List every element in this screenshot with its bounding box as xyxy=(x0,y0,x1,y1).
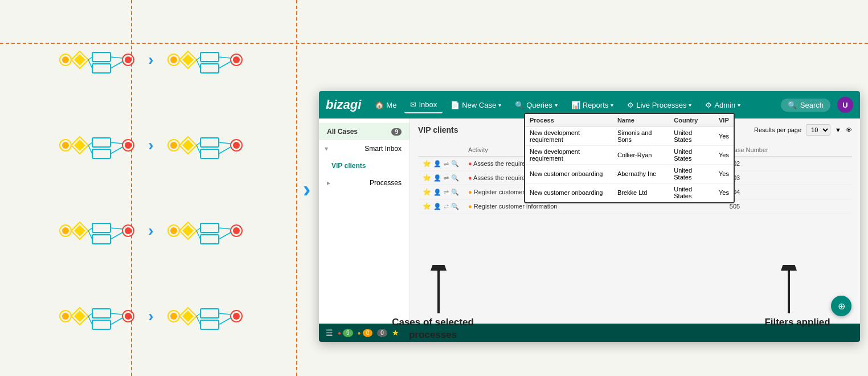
nav-me-label: Me xyxy=(386,101,396,109)
svg-line-31 xyxy=(88,145,92,154)
popup-row: New development requirement Collier-Ryan… xyxy=(525,146,734,165)
svg-point-85 xyxy=(170,313,177,320)
svg-point-93 xyxy=(233,313,240,320)
share-icon: ⇌ xyxy=(444,174,449,182)
nav-live-processes[interactable]: ⚙ Live Processes ▾ xyxy=(621,97,697,113)
search-row-icon[interactable]: 🔍 xyxy=(451,174,459,182)
activity-label[interactable]: Register customer information xyxy=(474,203,558,210)
nav-queries[interactable]: 🔍 Queries ▾ xyxy=(509,97,563,113)
search-row-icon[interactable]: 🔍 xyxy=(451,203,459,210)
search-bar[interactable]: 🔍 Search xyxy=(781,99,830,112)
svg-rect-65 xyxy=(200,235,219,244)
svg-line-79 xyxy=(88,316,92,325)
popup-name: Simonis and Sons xyxy=(613,127,669,146)
popup-country: United States xyxy=(669,146,714,165)
svg-rect-52 xyxy=(92,223,110,232)
svg-point-33 xyxy=(125,142,132,149)
svg-line-78 xyxy=(88,313,92,316)
bpmn-row-1: › xyxy=(57,40,244,80)
newcase-icon: 📄 xyxy=(451,101,460,109)
svg-rect-16 xyxy=(200,52,219,62)
sidebar-vip-clients[interactable]: VIP clients xyxy=(319,157,410,174)
svg-point-49 xyxy=(62,227,69,234)
popup-col-process: Process xyxy=(525,118,613,127)
star-icon[interactable]: ⭐ xyxy=(423,202,431,210)
sidebar-smart-inbox[interactable]: ▾ Smart Inbox xyxy=(319,140,410,157)
popup-name: Abernathy Inc xyxy=(613,165,669,183)
popup-process: New development requirement xyxy=(525,146,613,165)
search-row-icon[interactable]: 🔍 xyxy=(451,189,459,196)
nav-me[interactable]: 🏠 Me xyxy=(369,97,402,113)
row-icons: ⭐ 👤 ⇌ 🔍 xyxy=(423,160,459,167)
svg-line-22 xyxy=(219,57,231,58)
svg-point-13 xyxy=(170,56,177,63)
svg-rect-28 xyxy=(92,138,110,147)
col-case-number: Case Number xyxy=(725,144,852,157)
bpmn-diagram-2b xyxy=(165,125,245,165)
fab-button[interactable]: ⊕ xyxy=(831,296,851,316)
popup-col-vip: VIP xyxy=(714,118,734,127)
svg-point-57 xyxy=(125,227,132,234)
search-placeholder: Search xyxy=(800,101,824,109)
svg-rect-5 xyxy=(92,64,110,73)
popup-process: New customer onboarding xyxy=(525,165,613,183)
svg-line-67 xyxy=(196,231,200,239)
menu-icon[interactable]: ☰ xyxy=(326,328,333,337)
view-icon[interactable]: 👁 xyxy=(846,126,852,133)
status-dot: ● xyxy=(468,203,474,210)
svg-line-90 xyxy=(196,313,200,316)
popup-process: New customer onboarding xyxy=(525,183,613,202)
popup-name: Collier-Ryan xyxy=(613,146,669,165)
svg-rect-88 xyxy=(200,309,219,318)
svg-rect-64 xyxy=(200,223,219,232)
status-dot: ● xyxy=(468,160,473,167)
svg-line-30 xyxy=(88,142,92,145)
svg-point-1 xyxy=(62,56,69,63)
popup-table: Process Name Country VIP New development… xyxy=(525,118,734,202)
results-per-page-label: Results per page xyxy=(754,126,801,133)
processes-expand-icon: ▸ xyxy=(327,179,330,187)
bpmn-row-4: › xyxy=(57,296,244,336)
popup-col-name: Name xyxy=(613,118,669,127)
processes-label: Processes xyxy=(370,179,402,187)
bpmn-diagram-2a xyxy=(57,125,137,165)
svg-line-71 xyxy=(219,232,231,239)
svg-line-70 xyxy=(219,228,231,229)
svg-line-94 xyxy=(219,313,231,314)
home-icon: 🏠 xyxy=(375,101,384,109)
filter-icon[interactable]: ▼ xyxy=(835,126,841,133)
row-icons: ⭐ 👤 ⇌ 🔍 xyxy=(423,202,459,210)
nav-liveprocesses-label: Live Processes xyxy=(636,101,686,109)
svg-point-61 xyxy=(170,227,177,234)
svg-line-10 xyxy=(110,57,122,58)
nav-inbox[interactable]: ✉ Inbox xyxy=(404,97,443,113)
svg-point-81 xyxy=(125,313,132,320)
search-row-icon[interactable]: 🔍 xyxy=(451,160,459,167)
popup-col-country: Country xyxy=(669,118,714,127)
star-icon[interactable]: ⭐ xyxy=(423,160,431,167)
user-icon: 👤 xyxy=(433,203,441,210)
svg-point-21 xyxy=(233,56,240,63)
svg-point-9 xyxy=(125,56,132,63)
user-icon: 👤 xyxy=(433,160,441,167)
nav-new-case[interactable]: 📄 New Case ▾ xyxy=(445,97,507,113)
case-number-cell: 505 xyxy=(725,199,852,214)
nav-reports[interactable]: 📊 Reports ▾ xyxy=(566,97,620,113)
row-icons: ⭐ 👤 ⇌ 🔍 xyxy=(423,174,459,182)
star-icon[interactable]: ⭐ xyxy=(423,188,431,196)
popup-vip: Yes xyxy=(714,165,734,183)
case-number-cell: 504 xyxy=(725,185,852,199)
sidebar-processes[interactable]: ▸ Processes xyxy=(319,174,410,191)
share-icon: ⇌ xyxy=(444,189,449,196)
svg-line-47 xyxy=(219,147,231,154)
bpmn-diagram-3b xyxy=(165,211,245,251)
left-annotation-label: Cases of selected processes xyxy=(376,316,490,341)
star-icon[interactable]: ⭐ xyxy=(423,174,431,182)
bpmn-diagram-3a xyxy=(57,211,137,251)
results-per-page-select[interactable]: 10 20 50 xyxy=(806,124,830,136)
nav-admin[interactable]: ⚙ Admin ▾ xyxy=(699,97,746,113)
svg-point-37 xyxy=(170,142,177,149)
sidebar-all-cases[interactable]: All Cases 9 xyxy=(319,123,410,140)
bpmn-diagram-1b xyxy=(165,40,245,80)
col-actions xyxy=(418,144,464,157)
